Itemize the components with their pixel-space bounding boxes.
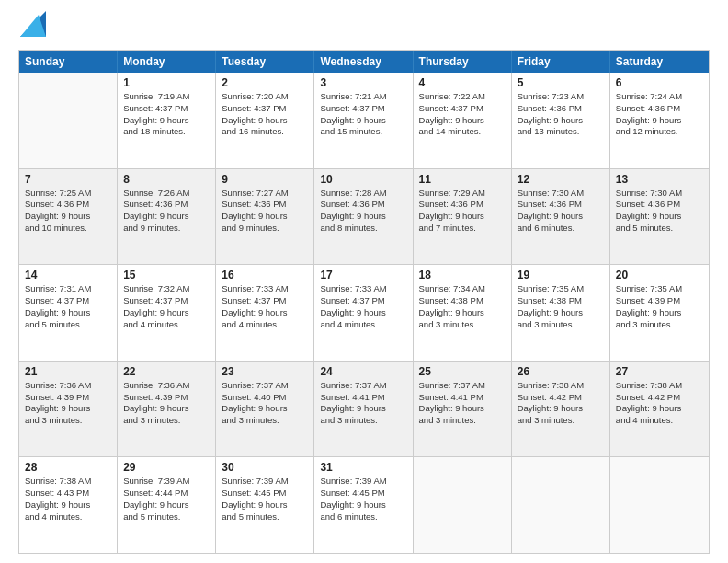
day-info: Sunrise: 7:25 AM Sunset: 4:36 PM Dayligh… — [25, 188, 111, 235]
day-number: 5 — [518, 76, 604, 89]
day-info: Sunrise: 7:28 AM Sunset: 4:36 PM Dayligh… — [320, 188, 406, 235]
day-number: 20 — [616, 269, 703, 282]
day-cell-31: 31Sunrise: 7:39 AM Sunset: 4:45 PM Dayli… — [314, 457, 413, 553]
calendar-row: 7Sunrise: 7:25 AM Sunset: 4:36 PM Daylig… — [19, 168, 709, 265]
day-number: 18 — [419, 269, 506, 282]
day-cell-16: 16Sunrise: 7:33 AM Sunset: 4:37 PM Dayli… — [216, 265, 314, 361]
empty-cell — [414, 457, 512, 553]
day-cell-25: 25Sunrise: 7:37 AM Sunset: 4:41 PM Dayli… — [414, 362, 512, 457]
day-info: Sunrise: 7:37 AM Sunset: 4:41 PM Dayligh… — [419, 380, 506, 427]
day-cell-22: 22Sunrise: 7:36 AM Sunset: 4:39 PM Dayli… — [118, 362, 216, 457]
day-info: Sunrise: 7:32 AM Sunset: 4:37 PM Dayligh… — [123, 283, 210, 330]
day-info: Sunrise: 7:34 AM Sunset: 4:38 PM Dayligh… — [419, 283, 506, 330]
logo-icon — [20, 11, 46, 37]
day-info: Sunrise: 7:35 AM Sunset: 4:39 PM Dayligh… — [616, 283, 703, 330]
day-number: 11 — [419, 173, 506, 186]
day-cell-8: 8Sunrise: 7:26 AM Sunset: 4:36 PM Daylig… — [118, 169, 216, 265]
day-cell-5: 5Sunrise: 7:23 AM Sunset: 4:36 PM Daylig… — [512, 73, 610, 168]
day-info: Sunrise: 7:33 AM Sunset: 4:37 PM Dayligh… — [222, 283, 308, 330]
day-info: Sunrise: 7:35 AM Sunset: 4:38 PM Dayligh… — [518, 283, 604, 330]
day-number: 13 — [616, 173, 703, 186]
empty-cell — [512, 457, 610, 553]
day-number: 22 — [123, 365, 210, 378]
day-cell-18: 18Sunrise: 7:34 AM Sunset: 4:38 PM Dayli… — [414, 265, 512, 361]
day-number: 15 — [123, 269, 210, 282]
calendar-header: SundayMondayTuesdayWednesdayThursdayFrid… — [19, 51, 709, 73]
day-info: Sunrise: 7:37 AM Sunset: 4:40 PM Dayligh… — [222, 380, 308, 427]
day-cell-10: 10Sunrise: 7:28 AM Sunset: 4:36 PM Dayli… — [314, 169, 413, 265]
day-number: 1 — [123, 76, 210, 89]
day-info: Sunrise: 7:30 AM Sunset: 4:36 PM Dayligh… — [616, 188, 703, 235]
day-number: 3 — [320, 76, 406, 89]
day-cell-2: 2Sunrise: 7:20 AM Sunset: 4:37 PM Daylig… — [216, 73, 314, 168]
day-cell-27: 27Sunrise: 7:38 AM Sunset: 4:42 PM Dayli… — [610, 362, 709, 457]
day-number: 31 — [320, 461, 406, 474]
empty-cell — [19, 73, 118, 168]
day-info: Sunrise: 7:20 AM Sunset: 4:37 PM Dayligh… — [222, 91, 308, 138]
day-cell-11: 11Sunrise: 7:29 AM Sunset: 4:36 PM Dayli… — [414, 169, 512, 265]
day-info: Sunrise: 7:36 AM Sunset: 4:39 PM Dayligh… — [25, 380, 111, 427]
day-info: Sunrise: 7:38 AM Sunset: 4:42 PM Dayligh… — [518, 380, 604, 427]
day-number: 26 — [518, 365, 604, 378]
day-number: 24 — [320, 365, 406, 378]
day-info: Sunrise: 7:19 AM Sunset: 4:37 PM Dayligh… — [123, 91, 210, 138]
day-number: 2 — [222, 76, 308, 89]
day-info: Sunrise: 7:36 AM Sunset: 4:39 PM Dayligh… — [123, 380, 210, 427]
day-cell-9: 9Sunrise: 7:27 AM Sunset: 4:36 PM Daylig… — [216, 169, 314, 265]
day-info: Sunrise: 7:33 AM Sunset: 4:37 PM Dayligh… — [320, 283, 406, 330]
day-number: 25 — [419, 365, 506, 378]
empty-cell — [610, 457, 709, 553]
day-info: Sunrise: 7:39 AM Sunset: 4:44 PM Dayligh… — [123, 476, 210, 523]
day-cell-7: 7Sunrise: 7:25 AM Sunset: 4:36 PM Daylig… — [19, 169, 118, 265]
day-cell-4: 4Sunrise: 7:22 AM Sunset: 4:37 PM Daylig… — [414, 73, 512, 168]
day-number: 6 — [616, 76, 703, 89]
day-info: Sunrise: 7:29 AM Sunset: 4:36 PM Dayligh… — [419, 188, 506, 235]
calendar-row: 21Sunrise: 7:36 AM Sunset: 4:39 PM Dayli… — [19, 361, 709, 457]
day-header-monday: Monday — [118, 51, 216, 73]
day-cell-28: 28Sunrise: 7:38 AM Sunset: 4:43 PM Dayli… — [19, 457, 118, 553]
calendar-row: 14Sunrise: 7:31 AM Sunset: 4:37 PM Dayli… — [19, 264, 709, 361]
day-number: 30 — [222, 461, 308, 474]
day-cell-14: 14Sunrise: 7:31 AM Sunset: 4:37 PM Dayli… — [19, 265, 118, 361]
day-cell-20: 20Sunrise: 7:35 AM Sunset: 4:39 PM Dayli… — [610, 265, 709, 361]
day-cell-24: 24Sunrise: 7:37 AM Sunset: 4:41 PM Dayli… — [314, 362, 413, 457]
day-cell-17: 17Sunrise: 7:33 AM Sunset: 4:37 PM Dayli… — [314, 265, 413, 361]
day-header-tuesday: Tuesday — [216, 51, 314, 73]
day-header-wednesday: Wednesday — [314, 51, 413, 73]
logo — [18, 15, 46, 40]
day-cell-23: 23Sunrise: 7:37 AM Sunset: 4:40 PM Dayli… — [216, 362, 314, 457]
day-number: 4 — [419, 76, 506, 89]
day-info: Sunrise: 7:24 AM Sunset: 4:36 PM Dayligh… — [616, 91, 703, 138]
day-cell-12: 12Sunrise: 7:30 AM Sunset: 4:36 PM Dayli… — [512, 169, 610, 265]
day-number: 23 — [222, 365, 308, 378]
day-number: 19 — [518, 269, 604, 282]
day-cell-15: 15Sunrise: 7:32 AM Sunset: 4:37 PM Dayli… — [118, 265, 216, 361]
day-number: 14 — [25, 269, 111, 282]
calendar-body: 1Sunrise: 7:19 AM Sunset: 4:37 PM Daylig… — [19, 73, 709, 553]
day-cell-29: 29Sunrise: 7:39 AM Sunset: 4:44 PM Dayli… — [118, 457, 216, 553]
day-cell-19: 19Sunrise: 7:35 AM Sunset: 4:38 PM Dayli… — [512, 265, 610, 361]
day-info: Sunrise: 7:39 AM Sunset: 4:45 PM Dayligh… — [222, 476, 308, 523]
page: SundayMondayTuesdayWednesdayThursdayFrid… — [0, 0, 728, 563]
day-number: 16 — [222, 269, 308, 282]
day-info: Sunrise: 7:23 AM Sunset: 4:36 PM Dayligh… — [518, 91, 604, 138]
day-info: Sunrise: 7:38 AM Sunset: 4:42 PM Dayligh… — [616, 380, 703, 427]
day-info: Sunrise: 7:31 AM Sunset: 4:37 PM Dayligh… — [25, 283, 111, 330]
day-cell-1: 1Sunrise: 7:19 AM Sunset: 4:37 PM Daylig… — [118, 73, 216, 168]
header — [18, 15, 710, 40]
day-header-saturday: Saturday — [610, 51, 709, 73]
day-info: Sunrise: 7:22 AM Sunset: 4:37 PM Dayligh… — [419, 91, 506, 138]
day-number: 21 — [25, 365, 111, 378]
day-cell-26: 26Sunrise: 7:38 AM Sunset: 4:42 PM Dayli… — [512, 362, 610, 457]
day-number: 9 — [222, 173, 308, 186]
day-number: 7 — [25, 173, 111, 186]
day-number: 28 — [25, 461, 111, 474]
day-number: 27 — [616, 365, 703, 378]
day-number: 8 — [123, 173, 210, 186]
day-number: 29 — [123, 461, 210, 474]
day-header-thursday: Thursday — [414, 51, 512, 73]
day-header-sunday: Sunday — [19, 51, 118, 73]
day-info: Sunrise: 7:26 AM Sunset: 4:36 PM Dayligh… — [123, 188, 210, 235]
day-cell-30: 30Sunrise: 7:39 AM Sunset: 4:45 PM Dayli… — [216, 457, 314, 553]
day-number: 12 — [518, 173, 604, 186]
